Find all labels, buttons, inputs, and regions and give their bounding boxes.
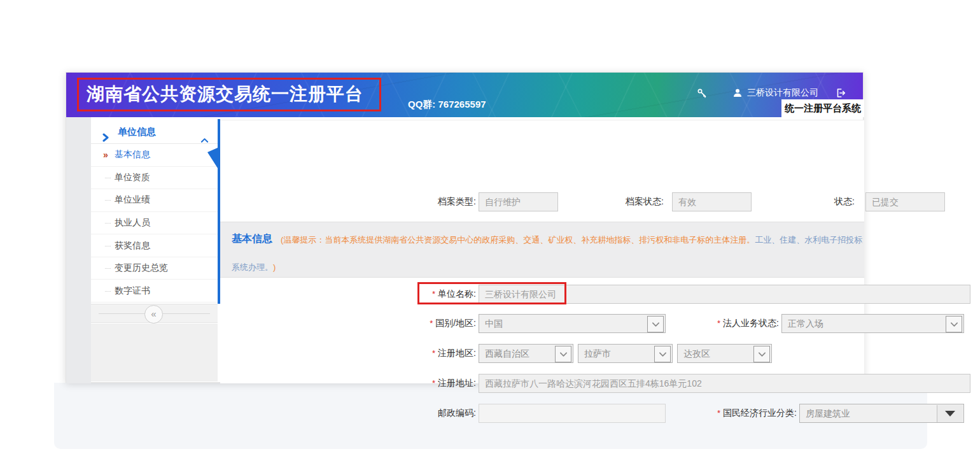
sidebar: 单位信息 » 基本信息 单位资质 单位业绩 执业人员 xyxy=(91,120,218,381)
main-content: 档案类型: 自行维护 档案状态: 有效 状态: 已提交 基本信息 (温馨提示：当… xyxy=(220,120,864,383)
archive-type-field[interactable]: 自行维护 xyxy=(479,192,558,211)
select-value: 房屋建筑业 xyxy=(806,408,850,418)
sidebar-empty-area xyxy=(91,324,218,381)
sidebar-menu: » 基本信息 单位资质 单位业绩 执业人员 获奖信息 变更历史总览 xyxy=(91,144,218,303)
triangle-down-icon xyxy=(945,411,955,417)
hint-close-paren: ) xyxy=(273,262,276,272)
reg-address-field[interactable]: 西藏拉萨市八一路哈达滨河花园西区五排4栋16单元102 xyxy=(479,374,970,393)
collapse-sidebar-button[interactable]: « xyxy=(144,305,163,324)
label-text: 注册地区: xyxy=(438,348,476,358)
tree-tick xyxy=(105,246,111,246)
sidebar-item-unit-performance[interactable]: 单位业绩 xyxy=(91,189,218,212)
user-icon xyxy=(732,87,743,99)
country-label: *国别/地区: xyxy=(368,314,476,332)
tree-tick xyxy=(105,200,111,201)
active-item-flag xyxy=(207,148,218,168)
dropdown-chevron-icon[interactable] xyxy=(946,316,962,332)
archive-status-label: 档案状态: xyxy=(556,192,664,211)
sidebar-item-awards[interactable]: 获奖信息 xyxy=(91,234,218,257)
dropdown-chevron-icon[interactable] xyxy=(647,316,664,332)
required-asterisk: * xyxy=(717,318,720,328)
tree-tick xyxy=(105,291,111,292)
sidebar-item-label: 获奖信息 xyxy=(115,240,150,252)
tab-unified-registration-system[interactable]: 统一注册平台系统 xyxy=(781,99,864,117)
app-header: 湖南省公共资源交易统一注册平台 QQ群: 767265597 三桥设计有限公司 xyxy=(66,73,863,117)
section-header-band: 基本信息 (温馨提示：当前本系统提供湖南省公共资源交易中心的政府采购、交通、矿业… xyxy=(220,222,864,278)
sidebar-item-label: 变更历史总览 xyxy=(115,262,168,274)
required-asterisk: * xyxy=(430,318,433,328)
sidebar-item-label: 执业人员 xyxy=(115,217,150,229)
hint-blue-text-2: 系统办理。 xyxy=(232,262,273,272)
logged-in-company-name[interactable]: 三桥设计有限公司 xyxy=(747,87,818,99)
required-asterisk: * xyxy=(432,348,435,358)
dropdown-chevron-icon[interactable] xyxy=(753,346,770,362)
sidebar-item-practitioners[interactable]: 执业人员 xyxy=(91,212,218,235)
active-item-marker-icon: » xyxy=(103,150,108,160)
hint-blue-text: 工业、住建、水利电子招投标业务及医药相关业务，请到对应的交易 xyxy=(755,235,863,245)
archive-status-field[interactable]: 有效 xyxy=(672,192,752,211)
postal-code-label: 邮政编码: xyxy=(368,404,476,422)
sidebar-item-label: 单位资质 xyxy=(115,172,150,183)
sidebar-item-label: 基本信息 xyxy=(115,149,150,160)
country-select[interactable]: 中国 xyxy=(479,314,666,333)
dropdown-chevron-icon[interactable] xyxy=(555,346,571,362)
sidebar-group-label: 单位信息 xyxy=(118,120,156,144)
tree-tick xyxy=(105,223,111,224)
select-value: 西藏自治区 xyxy=(485,348,529,359)
industry-combo[interactable]: 房屋建筑业 xyxy=(799,404,964,423)
title-annotation-box xyxy=(77,78,381,111)
required-asterisk: * xyxy=(432,378,435,388)
sidebar-item-digital-certificate[interactable]: 数字证书 xyxy=(91,280,218,303)
select-value: 达孜区 xyxy=(683,348,710,359)
key-icon[interactable] xyxy=(696,87,708,99)
section-title: 基本信息 xyxy=(232,232,272,246)
chevron-up-icon[interactable] xyxy=(200,128,209,134)
district-select[interactable]: 达孜区 xyxy=(677,344,772,363)
app-window: 湖南省公共资源交易统一注册平台 QQ群: 767265597 三桥设计有限公司 … xyxy=(66,72,864,383)
select-value: 正常入场 xyxy=(788,318,823,329)
select-value: 中国 xyxy=(485,318,503,329)
city-select[interactable]: 拉萨市 xyxy=(578,344,673,363)
required-asterisk: * xyxy=(717,408,720,418)
sidebar-group-unit-info[interactable]: 单位信息 xyxy=(91,120,218,144)
dropdown-chevron-icon[interactable] xyxy=(654,346,671,362)
chevron-right-icon xyxy=(101,127,110,136)
hint-orange-text: (温馨提示：当前本系统提供湖南省公共资源交易中心的政府采购、交通、矿业权、补充耕… xyxy=(281,235,755,245)
sidebar-item-unit-qualification[interactable]: 单位资质 xyxy=(91,167,218,190)
tree-tick xyxy=(105,268,111,269)
left-gutter xyxy=(66,117,91,383)
sidebar-collapse-row: « xyxy=(91,304,218,323)
section-hint-line2: 系统办理。) xyxy=(232,262,276,273)
industry-label: *国民经济行业分类: xyxy=(676,404,797,422)
status-label: 状态: xyxy=(746,192,855,211)
select-value: 拉萨市 xyxy=(584,348,611,359)
label-text: 法人业务状态: xyxy=(723,318,779,328)
label-text: 国别/地区: xyxy=(435,318,476,328)
sidebar-item-change-history[interactable]: 变更历史总览 xyxy=(91,257,218,280)
qq-group-label: QQ群: 767265597 xyxy=(408,99,486,111)
sidebar-item-label: 单位业绩 xyxy=(115,194,150,206)
legal-status-select[interactable]: 正常入场 xyxy=(781,314,964,333)
legal-status-label: *法人业务状态: xyxy=(671,314,779,332)
province-select[interactable]: 西藏自治区 xyxy=(479,344,573,363)
tree-tick xyxy=(105,178,111,178)
label-text: 注册地址: xyxy=(438,378,476,388)
logout-icon[interactable] xyxy=(835,87,846,99)
postal-code-field[interactable] xyxy=(479,404,666,423)
archive-type-label: 档案类型: xyxy=(368,192,476,211)
label-text: 国民经济行业分类: xyxy=(723,408,797,418)
industry-dropdown-button[interactable] xyxy=(937,405,963,422)
sidebar-item-basic-info[interactable]: » 基本信息 xyxy=(91,144,218,167)
reg-address-label: *注册地址: xyxy=(368,374,476,392)
unit-name-annotation-box xyxy=(417,282,566,304)
status-field[interactable]: 已提交 xyxy=(865,192,945,211)
section-hint-line1: (温馨提示：当前本系统提供湖南省公共资源交易中心的政府采购、交通、矿业权、补充耕… xyxy=(281,234,863,246)
sidebar-item-label: 数字证书 xyxy=(115,285,150,297)
reg-area-label: *注册地区: xyxy=(368,344,476,362)
